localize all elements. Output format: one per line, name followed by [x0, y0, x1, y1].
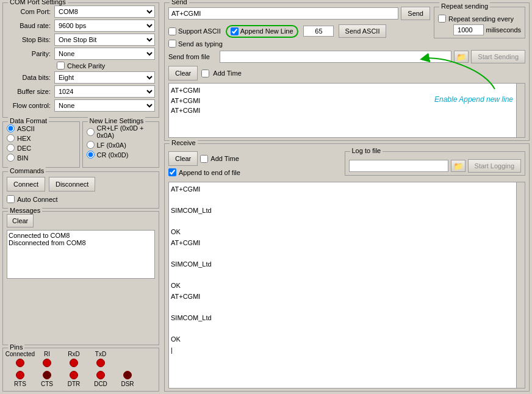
receive-line: OK — [171, 281, 514, 292]
pin-dcd: DCD — [87, 370, 114, 387]
receive-cursor: | — [171, 345, 514, 356]
send-button[interactable]: Send — [401, 7, 430, 20]
data-bits-label: Data bits: — [7, 74, 54, 81]
com-port-label: Com Port: — [7, 8, 54, 15]
data-format-hex-label: HEX — [17, 135, 31, 142]
append-new-line-checkbox[interactable] — [231, 27, 239, 35]
send-ascii-button[interactable]: Send ASCII — [339, 24, 387, 38]
receive-line — [171, 270, 514, 281]
check-parity-checkbox[interactable] — [57, 62, 65, 70]
data-format-hex-radio[interactable] — [7, 134, 15, 142]
support-ascii-option[interactable]: Support ASCII — [168, 27, 221, 35]
ascii-value-input[interactable] — [303, 26, 334, 37]
repeat-sending-checkbox[interactable] — [438, 15, 446, 23]
start-sending-button[interactable]: Start Sending — [471, 50, 525, 63]
nl-crlf-radio[interactable] — [87, 128, 95, 136]
buffer-size-select[interactable]: 1024 — [54, 85, 155, 98]
data-format-bin-radio[interactable] — [7, 154, 15, 162]
receive-line: AT+CGMI — [171, 184, 514, 195]
receive-group-title: Receive — [170, 139, 198, 146]
data-format-bin-label: BIN — [17, 154, 28, 162]
data-format-ascii-radio[interactable] — [7, 124, 15, 132]
send-scrollbar[interactable] — [517, 83, 525, 138]
send-group: Send Send Support ASCII — [164, 2, 530, 141]
send-command-input[interactable] — [168, 7, 398, 20]
commands-title: Commands — [8, 167, 46, 174]
parity-select[interactable]: None — [54, 48, 155, 60]
com-port-settings-title: COM Port Settings — [8, 0, 68, 5]
pin-rxd-led — [70, 359, 78, 367]
send-group-title: Send — [170, 0, 189, 5]
nl-lf-radio[interactable] — [87, 141, 95, 149]
send-file-path-input[interactable] — [220, 51, 451, 63]
check-parity-label: Check Parity — [67, 62, 105, 70]
receive-line: AT+CGMI — [171, 292, 514, 303]
messages-clear-button[interactable]: Clear — [7, 214, 34, 227]
pin-rts: RTS — [7, 370, 34, 387]
send-as-typing-label: Send as typing — [178, 40, 223, 48]
send-add-time-checkbox[interactable] — [201, 70, 209, 77]
send-output-area: AT+CGMI AT+CGMI AT+CGMI — [168, 83, 517, 138]
pin-rts-led — [16, 371, 24, 379]
enable-append-annotation: Enable Append new line — [434, 95, 513, 104]
baud-rate-select[interactable]: 9600 bps — [54, 20, 155, 32]
repeat-ms-label: miliseconds — [486, 26, 521, 34]
new-line-settings-group: New Line Settings CR+LF (0x0D + 0x0A) LF… — [82, 121, 160, 168]
receive-scrollbar[interactable] — [517, 182, 525, 389]
append-to-eof-checkbox[interactable] — [168, 168, 176, 176]
connect-button[interactable]: Connect — [7, 177, 45, 192]
receive-add-time-checkbox[interactable] — [200, 155, 208, 163]
log-file-path-input[interactable] — [349, 160, 448, 172]
repeat-sending-title: Repeat sending — [439, 2, 490, 10]
append-new-line-option[interactable]: Append New Line — [226, 25, 298, 38]
pins-group: Pins Connected RI RxD TxD — [2, 348, 159, 392]
receive-line — [171, 303, 514, 313]
receive-line — [171, 195, 514, 206]
new-line-settings-title: New Line Settings — [88, 117, 146, 124]
flow-control-label: Flow control: — [7, 102, 54, 109]
send-clear-button[interactable]: Clear — [168, 66, 198, 81]
send-as-typing-checkbox[interactable] — [168, 40, 176, 48]
start-logging-button[interactable]: Start Logging — [468, 159, 521, 173]
nl-cr-radio[interactable] — [87, 151, 95, 159]
messages-textarea: Connected to COM8 Disconnected from COM8 — [7, 230, 155, 279]
nl-crlf-label: CR+LF (0x0D + 0x0A) — [97, 124, 156, 139]
data-format-title: Data Format — [8, 117, 49, 124]
flow-control-select[interactable]: None — [54, 99, 155, 112]
pin-ri-led — [43, 359, 51, 367]
repeat-ms-input[interactable] — [453, 24, 484, 35]
repeat-sending-group: Repeat sending Repeat sending every mili… — [434, 7, 525, 38]
auto-connect-checkbox[interactable] — [7, 195, 15, 203]
auto-connect-label: Auto Connect — [17, 196, 58, 203]
log-file-browse-button[interactable]: 📁 — [451, 160, 466, 172]
buffer-size-label: Buffer size: — [7, 88, 54, 95]
baud-rate-label: Baud rate: — [7, 22, 54, 29]
receive-line: SIMCOM_Ltd — [171, 206, 514, 217]
receive-output-area: AT+CGMI SIMCOM_Ltd OK AT+CGMI SIMCOM_Ltd… — [168, 182, 517, 389]
disconnect-button[interactable]: Disconnect — [49, 177, 95, 192]
receive-line: AT+CGMI — [171, 238, 514, 249]
support-ascii-checkbox[interactable] — [168, 27, 176, 35]
pin-dcd-led — [96, 371, 105, 379]
receive-clear-button[interactable]: Clear — [168, 151, 198, 166]
stop-bits-select[interactable]: One Stop Bit — [54, 34, 155, 46]
send-output-line-3: AT+CGMI — [171, 106, 514, 116]
pin-connected: Connected — [7, 351, 34, 368]
pin-cts-led — [43, 371, 51, 379]
data-format-dec-radio[interactable] — [7, 144, 15, 152]
receive-group: Receive Clear Add Time Append to end of … — [164, 143, 530, 392]
receive-line: OK — [171, 334, 514, 345]
messages-group: Messages Clear Connected to COM8 Disconn… — [2, 211, 159, 345]
log-to-file-title: Log to file — [350, 147, 383, 154]
pin-dsr: DSR — [114, 370, 141, 387]
log-to-file-group: Log to file 📁 Start Logging — [345, 151, 526, 176]
pin-dtr-led — [70, 371, 78, 379]
com-port-select[interactable]: COM8 — [54, 5, 155, 18]
data-format-group: Data Format ASCII HEX DEC BIN — [2, 121, 80, 168]
send-as-typing-option[interactable]: Send as typing — [168, 40, 223, 48]
data-bits-select[interactable]: Eight — [54, 71, 155, 84]
send-file-browse-button[interactable]: 📁 — [454, 51, 469, 63]
repeat-every-label: Repeat sending every — [448, 15, 514, 23]
receive-line: OK — [171, 227, 514, 238]
nl-lf-label: LF (0x0A) — [97, 141, 126, 149]
